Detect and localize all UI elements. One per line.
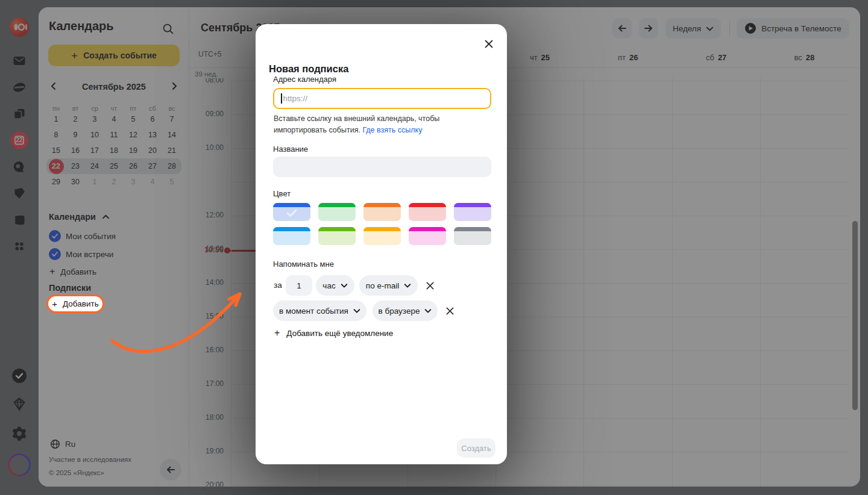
plus-icon: + [274, 328, 280, 338]
swatch-strip [363, 227, 401, 231]
reminder-value-input[interactable]: 1 [286, 275, 312, 296]
submit-button[interactable]: Создать [457, 438, 495, 458]
color-swatch[interactable] [318, 203, 356, 221]
color-swatch[interactable] [363, 227, 401, 245]
text-caret [281, 93, 282, 104]
address-label: Адрес календаря [273, 75, 336, 84]
check-icon [286, 209, 297, 217]
close-icon [426, 281, 435, 290]
swatch-strip [318, 203, 356, 207]
close-button[interactable] [482, 37, 496, 51]
name-input[interactable] [273, 157, 491, 177]
color-swatch-selected[interactable] [273, 203, 310, 221]
where-get-link[interactable]: Где взять ссылку [362, 126, 422, 134]
add-notification-button[interactable]: + Добавить ещё уведомление [274, 328, 393, 338]
swatch-strip [273, 203, 310, 207]
submit-label: Создать [461, 444, 491, 453]
reminder-channel2-label: в браузере [379, 307, 420, 316]
chevron-down-icon [353, 307, 360, 314]
modal-title: Новая подписка [269, 63, 348, 75]
reminder-when-dropdown[interactable]: в момент события [273, 300, 366, 321]
reminder-unit-label: час [322, 281, 335, 290]
color-swatch[interactable] [273, 227, 310, 245]
reminder-when-label: в момент события [279, 307, 348, 316]
reminder-prefix: за [274, 281, 282, 290]
address-hint: Вставьте ссылку на внешний календарь, чт… [274, 113, 489, 137]
reminder-value: 1 [297, 281, 301, 290]
chevron-down-icon [404, 282, 411, 289]
address-input[interactable]: https:// [273, 88, 491, 109]
chevron-down-icon [341, 282, 348, 289]
color-swatch[interactable] [454, 227, 491, 245]
swatch-strip [273, 227, 310, 231]
close-icon [445, 307, 454, 316]
address-placeholder: https:// [283, 94, 308, 103]
reminder-channel2-dropdown[interactable]: в браузере [373, 300, 438, 321]
swatch-strip [454, 203, 491, 207]
remove-reminder2-button[interactable] [442, 304, 457, 318]
name-label: Название [273, 145, 308, 154]
reminder-channel-dropdown[interactable]: по e-mail [359, 275, 418, 296]
color-swatch[interactable] [409, 203, 446, 221]
color-label: Цвет [273, 189, 291, 198]
add-subscription-button-highlighted[interactable]: + Добавить [46, 294, 104, 313]
swatch-strip [409, 227, 446, 231]
swatch-strip [318, 227, 356, 231]
swatch-strip [409, 203, 446, 207]
swatch-strip [363, 203, 401, 207]
remove-reminder-button[interactable] [423, 278, 437, 293]
plus-icon: + [52, 299, 57, 308]
reminder-label: Напоминать мне [273, 260, 334, 269]
color-swatch[interactable] [363, 203, 401, 221]
reminder-unit-dropdown[interactable]: час [316, 275, 354, 296]
add-subscription-label: Добавить [63, 299, 99, 308]
color-swatch[interactable] [318, 227, 356, 245]
color-swatch[interactable] [409, 227, 446, 245]
new-subscription-modal: Новая подписка Адрес календаря https:// … [256, 24, 507, 464]
swatch-strip [454, 227, 491, 231]
color-swatch[interactable] [454, 203, 491, 221]
close-icon [484, 39, 494, 49]
chevron-down-icon [424, 307, 432, 314]
add-notification-label: Добавить ещё уведомление [286, 329, 393, 338]
reminder-channel-label: по e-mail [366, 281, 399, 290]
